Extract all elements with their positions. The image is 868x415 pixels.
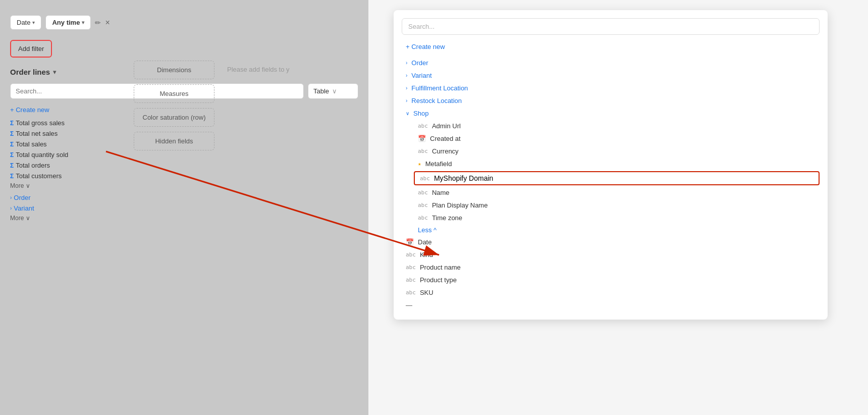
close-icon[interactable]: × xyxy=(105,18,110,27)
dropdown-panel: + Create new › Order › Variant › Fulfill… xyxy=(394,10,828,320)
dropdown-shop-item[interactable]: ∨ Shop xyxy=(394,107,828,120)
order-nav-item[interactable]: › Order xyxy=(10,192,358,203)
more-link-2[interactable]: More ∨ xyxy=(10,215,358,222)
date-filter-button[interactable]: Date ▾ xyxy=(10,15,41,30)
right-panel: + Create new › Order › Variant › Fulfill… xyxy=(368,0,868,415)
dropdown-plan-display-name-item[interactable]: abc Plan Display Name xyxy=(394,199,828,212)
dropdown-currency-item[interactable]: abc Currency xyxy=(394,145,828,158)
dropdown-create-new[interactable]: + Create new xyxy=(394,41,828,53)
dropdown-search-container xyxy=(402,18,820,35)
variant-expand-icon: › xyxy=(406,73,407,78)
table-select[interactable]: Table ∨ xyxy=(308,83,358,99)
fulfillment-expand-icon: › xyxy=(406,85,407,91)
hidden-fields-box[interactable]: Hidden fields xyxy=(134,132,214,150)
date-chevron-icon: ▾ xyxy=(32,20,35,25)
dropdown-created-at-item[interactable]: 📅 Created at xyxy=(394,132,828,145)
table-chevron-icon: ∨ xyxy=(332,87,337,95)
orderlines-chevron: ▾ xyxy=(53,68,57,76)
dropdown-order-item[interactable]: › Order xyxy=(394,57,828,69)
dropdown-less-link[interactable]: Less ^ xyxy=(394,224,828,236)
list-item[interactable]: Σ Total customers xyxy=(10,171,358,181)
dropdown-date-item[interactable]: 📅 Date xyxy=(394,236,828,248)
dropdown-fulfillment-item[interactable]: › Fulfillment Location xyxy=(394,82,828,94)
dropdown-variant-item[interactable]: › Variant xyxy=(394,69,828,82)
list-item[interactable]: Σ Total orders xyxy=(10,160,358,171)
orderlines-title: Order lines xyxy=(10,68,50,76)
dropdown-myshopify-domain-item[interactable]: abc MyShopify Domain xyxy=(414,171,820,185)
left-panel: Date ▾ Any time ▾ ✏ × Add filter Order l… xyxy=(0,0,368,415)
dimensions-box[interactable]: Dimensions xyxy=(134,61,214,79)
dropdown-more-item[interactable]: — xyxy=(394,299,828,312)
field-boxes-area: Dimensions Measures Color saturation (ro… xyxy=(134,61,214,155)
variant-chevron-icon: › xyxy=(10,205,12,211)
dropdown-metafield-item[interactable]: ★ Metafield xyxy=(394,158,828,170)
order-expand-icon: › xyxy=(406,60,407,66)
edit-icon[interactable]: ✏ xyxy=(95,19,101,27)
order-chevron-icon: › xyxy=(10,195,12,200)
dropdown-product-type-item[interactable]: abc Product type xyxy=(394,274,828,286)
anytime-filter-button[interactable]: Any time ▾ xyxy=(45,15,91,30)
dropdown-kind-item[interactable]: abc Kind xyxy=(394,248,828,261)
dropdown-sku-item[interactable]: abc SKU xyxy=(394,286,828,299)
add-filter-button[interactable]: Add filter xyxy=(10,40,52,58)
anytime-chevron-icon: ▾ xyxy=(82,20,84,25)
dropdown-restock-item[interactable]: › Restock Location xyxy=(394,94,828,107)
dropdown-admin-url-item[interactable]: abc Admin Url xyxy=(394,120,828,132)
measures-box[interactable]: Measures xyxy=(134,84,214,103)
variant-nav-item[interactable]: › Variant xyxy=(10,203,358,214)
more-link-1[interactable]: More ∨ xyxy=(10,182,358,189)
dropdown-name-item[interactable]: abc Name xyxy=(394,186,828,199)
shop-expand-icon: ∨ xyxy=(406,111,409,116)
filter-bar: Date ▾ Any time ▾ ✏ × xyxy=(10,15,358,30)
dropdown-product-name-item[interactable]: abc Product name xyxy=(394,261,828,274)
please-add-text: Please add fields to y xyxy=(227,66,290,73)
restock-expand-icon: › xyxy=(406,98,407,103)
date-label: Date xyxy=(17,19,30,26)
anytime-label: Any time xyxy=(52,19,80,26)
dropdown-search-input[interactable] xyxy=(402,18,820,35)
color-saturation-box[interactable]: Color saturation (row) xyxy=(134,108,214,127)
dropdown-time-zone-item[interactable]: abc Time zone xyxy=(394,212,828,224)
